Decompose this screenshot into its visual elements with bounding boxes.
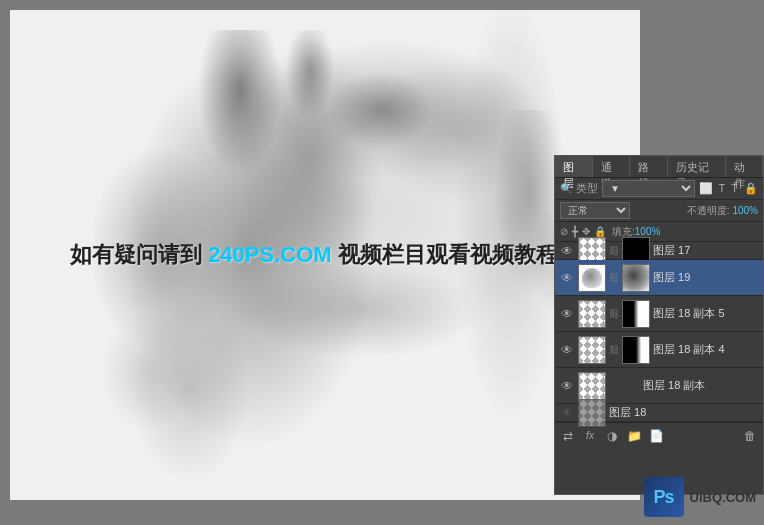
layer-row-17-partial[interactable]: 👁 ⛓ 图层 17 — [555, 242, 763, 260]
new-layer-button[interactable]: 📄 — [647, 427, 665, 445]
uibo-logo: UiBQ.COM — [690, 488, 756, 506]
delete-layer-button[interactable]: 🗑 — [741, 427, 759, 445]
layer-thumb-18 — [578, 399, 606, 427]
layer-name-18: 图层 18 — [609, 405, 759, 420]
photoshop-logo: Ps — [644, 477, 684, 517]
layer-type-icons: ⬜ T T 🔒 — [699, 182, 758, 195]
layer-thumb-18c5 — [578, 300, 606, 328]
tab-paths[interactable]: 路径 — [630, 156, 668, 177]
link-layers-button[interactable]: ⇄ — [559, 427, 577, 445]
opacity-value[interactable]: 100% — [732, 205, 758, 216]
watermark-highlight: 240PS.COM — [208, 242, 332, 267]
layer-visibility-17[interactable]: 👁 — [559, 243, 575, 259]
opacity-label: 不透明度: — [687, 204, 730, 218]
artwork-canvas: 如有疑问请到 240PS.COM 视频栏目观看视频教程 — [10, 10, 640, 500]
search-icon: 🔍 — [560, 183, 572, 194]
layer-thumb-18c4 — [578, 336, 606, 364]
layer-visibility-18c4[interactable]: 👁 — [559, 342, 575, 358]
layer-filter-text[interactable]: T — [719, 182, 726, 195]
blend-mode-row: 正常 不透明度: 100% — [555, 200, 763, 222]
layer-filter-smart[interactable]: 🔒 — [744, 182, 758, 195]
layer-row-18-copy4[interactable]: 👁 ⛓ 图层 18 副本 4 — [555, 332, 763, 368]
layer-thumb-18c — [578, 372, 606, 400]
new-group-button[interactable]: 📁 — [625, 427, 643, 445]
layer-chain-19: ⛓ — [609, 270, 619, 286]
layer-visibility-19[interactable]: 👁 — [559, 270, 575, 286]
bottom-brand-area: Ps UiBQ.COM — [644, 477, 756, 517]
opacity-control: 不透明度: 100% — [687, 204, 758, 218]
layer-chain-18c5: ⛓ — [609, 306, 619, 322]
tab-layers[interactable]: 图层 — [555, 156, 593, 177]
lock-all[interactable]: 🔒 — [594, 226, 606, 237]
layer-mask-18c4 — [622, 336, 650, 364]
layer-name-18c: 图层 18 副本 — [643, 378, 759, 393]
blend-mode-dropdown[interactable]: 正常 — [560, 202, 630, 219]
lock-icons: ⊘ ╋ ✥ 🔒 — [560, 226, 606, 237]
lock-transparency[interactable]: ⊘ — [560, 226, 568, 237]
search-row: 🔍 类型 ▼ ⬜ T T 🔒 — [555, 178, 763, 200]
layer-name-19: 图层 19 — [653, 270, 759, 285]
layers-panel: 图层 通道 路径 历史记录 动作 🔍 类型 ▼ ⬜ T T 🔒 正常 不透明度:… — [554, 155, 764, 495]
watermark-prefix: 如有疑问请到 — [70, 242, 208, 267]
layer-row-18-partial[interactable]: 👁 图层 18 — [555, 404, 763, 422]
type-label: 类型 — [576, 181, 598, 196]
watermark-text: 如有疑问请到 240PS.COM 视频栏目观看视频教程 — [70, 240, 558, 270]
layer-mask-18c5 — [622, 300, 650, 328]
layer-visibility-18[interactable]: 👁 — [559, 405, 575, 421]
layer-visibility-18c[interactable]: 👁 — [559, 378, 575, 394]
layer-mask-19 — [622, 264, 650, 292]
lock-position[interactable]: ✥ — [582, 226, 590, 237]
fill-value[interactable]: 100% — [635, 226, 661, 237]
tab-actions[interactable]: 动作 — [726, 156, 764, 177]
layer-filter-pixel[interactable]: ⬜ — [699, 182, 713, 195]
watermark-suffix: 视频栏目观看视频教程 — [332, 242, 558, 267]
tab-channels[interactable]: 通道 — [593, 156, 631, 177]
layer-chain-18c4: ⛓ — [609, 342, 619, 358]
layer-filter-shape[interactable]: T — [731, 182, 738, 195]
panel-tabs: 图层 通道 路径 历史记录 动作 — [555, 156, 763, 178]
layer-row-19[interactable]: 👁 ⛓ 图层 19 — [555, 260, 763, 296]
layer-visibility-18c5[interactable]: 👁 — [559, 306, 575, 322]
layer-row-18-copy5[interactable]: 👁 ⛓ 图层 18 副本 5 — [555, 296, 763, 332]
smoke-wisp-1 — [160, 30, 460, 210]
layer-chain-17: ⛓ — [609, 243, 619, 259]
tab-history[interactable]: 历史记录 — [668, 156, 726, 177]
add-mask-button[interactable]: ◑ — [603, 427, 621, 445]
fx-button[interactable]: fx — [581, 427, 599, 445]
layer-thumb-19 — [578, 264, 606, 292]
layer-name-18c5: 图层 18 副本 5 — [653, 306, 759, 321]
lock-paint[interactable]: ╋ — [572, 226, 578, 237]
layer-name-18c4: 图层 18 副本 4 — [653, 342, 759, 357]
type-dropdown[interactable]: ▼ — [602, 180, 695, 197]
layer-name-17: 图层 17 — [653, 243, 759, 258]
